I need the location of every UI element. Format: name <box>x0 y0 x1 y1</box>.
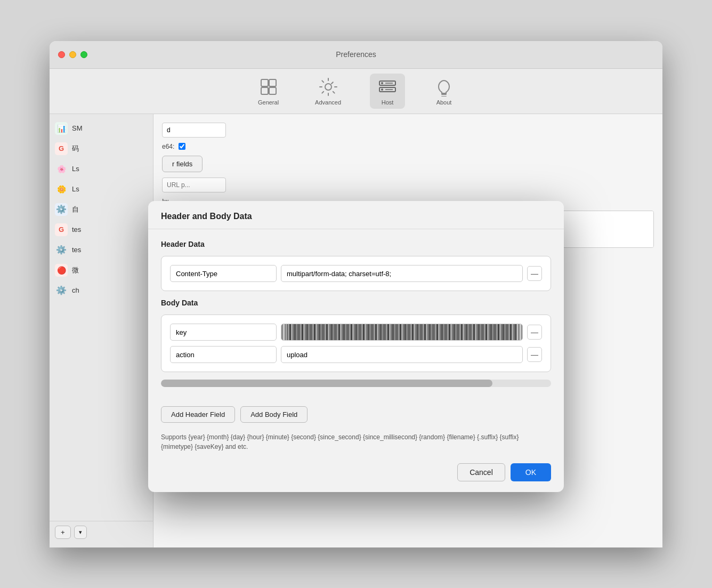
host-label: Host <box>382 99 394 106</box>
modal-dialog: Header and Body Data Header Data — <box>148 201 564 492</box>
toolbar: General Advanced <box>50 69 662 114</box>
body-data-panel: — — <box>161 315 551 372</box>
body-remove-btn-2[interactable]: — <box>527 347 542 362</box>
modal-footer-buttons: Add Header Field Add Body Field <box>148 400 564 430</box>
header-data-panel: — <box>161 256 551 291</box>
about-label: About <box>436 99 452 106</box>
modal-actions: Cancel OK <box>148 457 564 492</box>
body-row-2: — <box>170 346 542 363</box>
modal-overlay: Header and Body Data Header Data — <box>50 114 662 547</box>
header-key-input-1[interactable] <box>170 265 277 282</box>
window-title: Preferences <box>336 50 376 59</box>
svg-rect-1 <box>261 87 268 94</box>
header-value-input-1[interactable] <box>281 265 523 282</box>
minimize-button[interactable] <box>69 51 76 58</box>
toolbar-host[interactable]: Host <box>370 74 405 109</box>
body-section-title: Body Data <box>161 299 551 307</box>
add-header-button[interactable]: Add Header Field <box>161 406 235 423</box>
host-icon <box>377 77 398 97</box>
main-window: Preferences General Advanced <box>50 41 662 547</box>
header-row-1: — <box>170 265 542 282</box>
modal-body: Header Data — Body Data <box>148 229 564 400</box>
body-value-input-2[interactable] <box>281 346 523 363</box>
body-key-input-1[interactable] <box>170 324 277 341</box>
about-icon <box>434 77 454 97</box>
body-data-section: Body Data — <box>161 299 551 372</box>
close-button[interactable] <box>58 51 65 58</box>
modal-header: Header and Body Data <box>148 201 564 229</box>
svg-rect-0 <box>261 79 268 86</box>
add-body-button[interactable]: Add Body Field <box>240 406 308 423</box>
advanced-label: Advanced <box>315 99 341 106</box>
body-remove-btn-1[interactable]: — <box>527 325 542 340</box>
toolbar-about[interactable]: About <box>426 74 462 109</box>
title-bar: Preferences <box>50 41 662 69</box>
toolbar-general[interactable]: General <box>250 74 286 109</box>
svg-rect-3 <box>269 87 276 94</box>
svg-point-8 <box>381 88 383 91</box>
general-label: General <box>258 99 279 106</box>
general-icon <box>258 77 279 97</box>
toolbar-advanced[interactable]: Advanced <box>308 74 349 109</box>
svg-point-4 <box>325 84 331 90</box>
window-controls <box>58 51 87 58</box>
header-remove-btn-1[interactable]: — <box>527 266 542 281</box>
main-content: 📊 SM G 码 🌸 Ls 🌼 Ls ⚙️ 自 G tes <box>50 114 662 547</box>
body-key-input-2[interactable] <box>170 346 277 363</box>
header-section-title: Header Data <box>161 240 551 248</box>
scrollbar-area[interactable] <box>161 380 551 387</box>
blurred-value-1 <box>287 324 517 340</box>
supports-text: Supports {year} {month} {day} {hour} {mi… <box>148 430 564 457</box>
svg-rect-2 <box>269 79 276 86</box>
cancel-button[interactable]: Cancel <box>457 463 505 481</box>
body-row-1: — <box>170 324 542 341</box>
svg-point-7 <box>381 82 383 84</box>
advanced-icon <box>318 77 338 97</box>
modal-title: Header and Body Data <box>161 212 252 221</box>
ok-button[interactable]: OK <box>511 463 551 481</box>
maximize-button[interactable] <box>80 51 87 58</box>
scrollbar-thumb <box>161 380 492 387</box>
body-value-blur-1 <box>281 324 523 341</box>
